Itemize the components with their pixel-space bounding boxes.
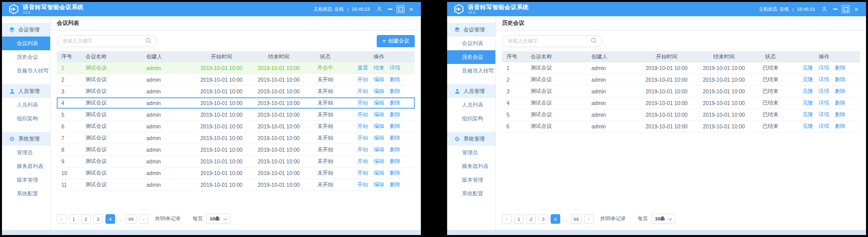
action-link[interactable]: 删除 <box>835 88 846 95</box>
action-link[interactable]: 编辑 <box>374 76 384 83</box>
action-link[interactable]: 详情 <box>819 88 829 95</box>
create-meeting-button[interactable]: + 创建会议 <box>377 35 415 47</box>
table-row[interactable]: 2 测试会议 admin 2019-10-01 10:00 2019-10-01… <box>57 74 415 86</box>
page-button[interactable]: 3 <box>93 214 103 224</box>
sidebar-item[interactable]: 管理员 <box>2 146 50 159</box>
sidebar-group-header[interactable]: ⚙ 系统管理 <box>447 132 495 146</box>
sidebar-item[interactable]: 音频导入转写 <box>447 64 495 78</box>
action-link[interactable]: 详情 <box>819 64 829 72</box>
sidebar-item[interactable]: 系统配置 <box>447 187 495 200</box>
minimize-button[interactable] <box>386 6 393 13</box>
action-link[interactable]: 删除 <box>835 123 846 130</box>
maximize-button[interactable] <box>397 6 404 13</box>
sidebar-group-header[interactable]: 人员管理 <box>2 84 50 98</box>
action-link[interactable]: 编辑 <box>374 134 384 142</box>
action-link[interactable]: 开始 <box>357 88 368 95</box>
sidebar-item[interactable]: 组织架构 <box>447 112 495 125</box>
table-row[interactable]: 4 测试会议 admin 2019-10-01 10:00 2019-10-01… <box>57 97 415 109</box>
action-link[interactable]: 编辑 <box>374 158 384 165</box>
table-row[interactable]: 9 测试会议 admin 2019-10-01 10:00 2019-10-01… <box>57 156 415 167</box>
table-row[interactable]: 1 测试会议 admin 2019-10-01 10:00 2019-10-01… <box>57 62 415 74</box>
page-next-button[interactable]: › <box>139 214 149 224</box>
action-link[interactable]: 删除 <box>835 99 846 107</box>
action-link[interactable]: 编辑 <box>374 99 384 107</box>
page-button[interactable]: 4 <box>105 214 115 224</box>
action-link[interactable]: 开始 <box>357 146 368 153</box>
action-link[interactable]: 编辑 <box>374 181 384 188</box>
action-link[interactable]: 删除 <box>390 170 401 177</box>
action-link[interactable]: 详情 <box>390 64 401 72</box>
action-link[interactable]: 克隆 <box>803 64 813 72</box>
sidebar-item[interactable]: 管理员 <box>447 146 495 159</box>
search-input[interactable]: 请输入关键字 <box>57 35 157 47</box>
per-page-select[interactable]: 10条 <box>651 214 675 224</box>
search-input[interactable]: 请输入关键字 <box>502 35 602 47</box>
sidebar-item[interactable]: 音频导入转写 <box>2 64 50 78</box>
page-button[interactable]: 1 <box>69 214 79 224</box>
action-link[interactable]: 克隆 <box>803 88 813 95</box>
minimize-button[interactable] <box>831 6 839 13</box>
action-link[interactable]: 开始 <box>357 158 368 165</box>
sidebar-group-header[interactable]: 会议管理 <box>2 23 50 37</box>
user-icon[interactable] <box>821 6 828 13</box>
per-page-select[interactable]: 10条 <box>206 214 230 224</box>
sidebar-item[interactable]: 版本管理 <box>447 173 495 187</box>
action-link[interactable]: 开始 <box>357 134 368 142</box>
sidebar-item[interactable]: 版本管理 <box>2 173 50 187</box>
sidebar-group-header[interactable]: 人员管理 <box>447 84 495 98</box>
action-link[interactable]: 开始 <box>357 111 368 118</box>
action-link[interactable]: 删除 <box>390 123 401 130</box>
action-link[interactable]: 删除 <box>390 99 401 107</box>
action-link[interactable]: 删除 <box>390 111 401 118</box>
table-row[interactable]: 3 测试会议 admin 2019-10-01 10:00 2019-10-01… <box>57 86 415 97</box>
action-link[interactable]: 详情 <box>819 99 829 107</box>
table-row[interactable]: 10 测试会议 admin 2019-10-01 10:00 2019-10-0… <box>57 167 415 179</box>
action-link[interactable]: 删除 <box>390 76 401 83</box>
sidebar-item[interactable]: 历史会议 <box>2 50 50 64</box>
table-row[interactable]: 11 测试会议 admin 2019-10-01 10:00 2019-10-0… <box>57 179 415 191</box>
action-link[interactable]: 开始 <box>357 123 368 130</box>
maximize-button[interactable] <box>842 6 849 13</box>
close-button[interactable]: × <box>853 6 860 13</box>
table-row[interactable]: 6 测试会议 admin 2019-10-01 10:00 2019-10-01… <box>502 121 860 132</box>
sidebar-group-header[interactable]: ⚙ 系统管理 <box>2 132 50 146</box>
page-button[interactable]: 3 <box>538 214 548 224</box>
action-link[interactable]: 删除 <box>390 146 401 153</box>
close-button[interactable]: × <box>408 6 415 13</box>
user-icon[interactable] <box>376 6 383 13</box>
action-link[interactable]: 删除 <box>390 134 401 142</box>
sidebar-item[interactable]: 人员列表 <box>2 98 50 112</box>
table-row[interactable]: 6 测试会议 admin 2019-10-01 10:00 2019-10-01… <box>57 121 415 132</box>
page-button[interactable]: 4 <box>551 214 560 224</box>
page-button[interactable]: 1 <box>514 214 524 224</box>
action-link[interactable]: 重置 <box>357 64 368 72</box>
action-link[interactable]: 编辑 <box>374 88 384 95</box>
action-link[interactable]: 删除 <box>835 111 846 118</box>
action-link[interactable]: 开始 <box>357 76 368 83</box>
action-link[interactable]: 克隆 <box>803 76 813 83</box>
action-link[interactable]: 删除 <box>390 158 401 165</box>
page-button[interactable]: 2 <box>526 214 536 224</box>
table-row[interactable]: 4 测试会议 admin 2019-10-01 10:00 2019-10-01… <box>502 97 860 109</box>
action-link[interactable]: 编辑 <box>374 123 384 130</box>
action-link[interactable]: 详情 <box>819 111 829 118</box>
sidebar-item[interactable]: 会议列表 <box>447 37 495 50</box>
page-button[interactable]: 2 <box>81 214 91 224</box>
action-link[interactable]: 克隆 <box>803 111 813 118</box>
table-row[interactable]: 3 测试会议 admin 2019-10-01 10:00 2019-10-01… <box>502 86 860 97</box>
page-next-button[interactable]: › <box>584 214 594 224</box>
action-link[interactable]: 编辑 <box>374 146 384 153</box>
sidebar-item[interactable]: 服务器列表 <box>2 159 50 173</box>
action-link[interactable]: 克隆 <box>803 123 813 130</box>
sidebar-item[interactable]: 组织架构 <box>2 112 50 125</box>
action-link[interactable]: 详情 <box>819 76 829 83</box>
table-row[interactable]: 8 测试会议 admin 2019-10-01 10:00 2019-10-01… <box>57 144 415 156</box>
sidebar-item[interactable]: 会议列表 <box>2 37 50 50</box>
action-link[interactable]: 编辑 <box>374 111 384 118</box>
action-link[interactable]: 删除 <box>835 76 846 83</box>
action-link[interactable]: 开始 <box>357 170 368 177</box>
sidebar-item[interactable]: 历史会议 <box>447 50 495 64</box>
table-row[interactable]: 2 测试会议 admin 2019-10-01 10:00 2019-10-01… <box>502 74 860 86</box>
sidebar-item[interactable]: 人员列表 <box>447 98 495 112</box>
page-prev-button[interactable]: ‹ <box>502 214 512 224</box>
